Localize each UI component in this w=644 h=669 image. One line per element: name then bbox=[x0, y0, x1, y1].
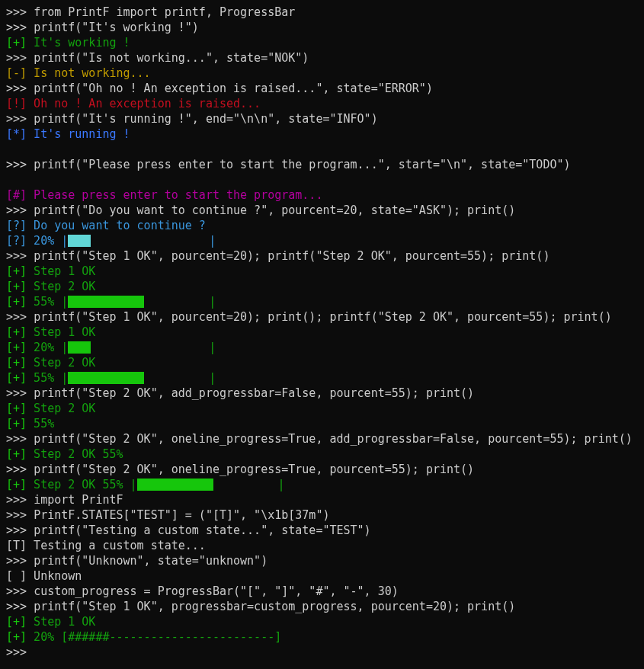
state-prefix: [*] bbox=[6, 127, 27, 141]
terminal-line: [?] Do you want to continue ? bbox=[6, 218, 638, 233]
terminal-line: [+] Step 2 OK 55% || bbox=[6, 477, 638, 492]
progressbar-close: | bbox=[209, 341, 216, 354]
progressbar-fill bbox=[137, 479, 213, 491]
repl-prompt: >>> bbox=[6, 310, 34, 324]
command-text[interactable]: printf("Step 1 OK", pourcent=20); print(… bbox=[34, 310, 612, 324]
command-text[interactable]: printf("Unknown", state="unknown") bbox=[34, 554, 268, 568]
terminal-line: >>> printf("Is not working...", state="N… bbox=[6, 50, 638, 66]
repl-prompt: >>> bbox=[6, 645, 34, 659]
repl-prompt: >>> bbox=[6, 584, 34, 598]
state-prefix: [+] bbox=[6, 36, 27, 50]
command-text[interactable]: custom_progress = ProgressBar("[", "]", … bbox=[34, 584, 399, 598]
repl-prompt: >>> bbox=[6, 493, 34, 507]
command-text[interactable]: import PrintF bbox=[34, 493, 123, 507]
progressbar-open: | bbox=[130, 478, 137, 491]
terminal-line bbox=[6, 142, 638, 157]
repl-prompt: >>> bbox=[6, 51, 34, 65]
progressbar-close: | bbox=[209, 234, 216, 248]
repl-prompt: >>> bbox=[6, 463, 34, 476]
terminal-line: >>> printf("Do you want to continue ?", … bbox=[6, 203, 638, 218]
terminal-line: [+] 55% bbox=[6, 416, 638, 431]
state-prefix: [+] bbox=[6, 615, 27, 629]
terminal-output: >>> from PrintF import printf, ProgressB… bbox=[0, 0, 644, 664]
terminal-line: >>> printf("Unknown", state="unknown") bbox=[6, 553, 638, 568]
repl-prompt: >>> bbox=[6, 523, 34, 537]
progressbar-close: | bbox=[209, 295, 216, 309]
output-text: Step 2 OK bbox=[27, 280, 95, 293]
progressbar-fill bbox=[68, 296, 144, 308]
percent-label: 55% bbox=[27, 295, 61, 309]
command-text[interactable]: PrintF.STATES["TEST"] = ("[T]", "\x1b[37… bbox=[34, 508, 329, 522]
command-text[interactable]: printf("Testing a custom state...", stat… bbox=[34, 523, 371, 537]
output-text: Oh no ! An exception is raised... bbox=[27, 97, 261, 110]
terminal-line: >>> PrintF.STATES["TEST"] = ("[T]", "\x1… bbox=[6, 507, 638, 523]
progressbar-fill bbox=[68, 341, 91, 354]
repl-prompt: >>> bbox=[6, 82, 34, 95]
terminal-line: [+] 55% || bbox=[6, 370, 638, 386]
state-prefix: [+] bbox=[6, 417, 27, 431]
terminal-line: [ ] Unknown bbox=[6, 568, 638, 584]
command-text[interactable]: printf("Is not working...", state="NOK") bbox=[34, 51, 309, 65]
terminal-line: [-] Is not working... bbox=[6, 66, 638, 81]
progressbar-open: | bbox=[61, 295, 68, 309]
state-prefix: [+] bbox=[6, 341, 27, 354]
terminal-line: >>> printf("It's running !", end="\n\n",… bbox=[6, 111, 638, 126]
command-text[interactable]: printf("Step 1 OK", pourcent=20); printf… bbox=[34, 249, 549, 263]
command-text[interactable]: printf("Step 2 OK", add_progressbar=Fals… bbox=[34, 386, 474, 400]
terminal-line: [+] 55% || bbox=[6, 294, 638, 309]
terminal-line: >>> printf("It's working !") bbox=[6, 20, 638, 35]
command-text[interactable]: printf("Please press enter to start the … bbox=[34, 158, 570, 171]
command-text[interactable]: printf("Step 2 OK", oneline_progress=Tru… bbox=[34, 432, 633, 446]
state-prefix: [+] bbox=[6, 630, 27, 644]
command-text[interactable]: printf("Step 1 OK", progressbar=custom_p… bbox=[34, 600, 515, 613]
state-prefix: [T] bbox=[6, 539, 27, 552]
terminal-line: [*] It's running ! bbox=[6, 126, 638, 142]
command-text[interactable]: printf("Oh no ! An exception is raised..… bbox=[34, 82, 433, 95]
terminal-line: >>> printf("Step 2 OK", add_progressbar=… bbox=[6, 386, 638, 401]
repl-prompt: >>> bbox=[6, 386, 34, 400]
command-text[interactable]: printf("It's running !", end="\n\n", sta… bbox=[34, 112, 378, 126]
terminal-line: >>> printf("Please press enter to start … bbox=[6, 157, 638, 172]
terminal-line: [+] Step 1 OK bbox=[6, 325, 638, 340]
output-text: It's running ! bbox=[27, 127, 130, 141]
terminal-line: >>> printf("Step 2 OK", oneline_progress… bbox=[6, 462, 638, 477]
output-text: Do you want to continue ? bbox=[27, 219, 206, 232]
state-prefix: [+] bbox=[6, 325, 27, 339]
command-text[interactable]: from PrintF import printf, ProgressBar bbox=[34, 5, 295, 19]
terminal-line: [+] Step 2 OK 55% bbox=[6, 447, 638, 462]
terminal-line: >>> printf("Oh no ! An exception is rais… bbox=[6, 81, 638, 96]
terminal-line bbox=[6, 172, 638, 187]
state-prefix: [+] bbox=[6, 356, 27, 370]
output-text: Step 2 OK 55% bbox=[27, 478, 130, 491]
terminal-line: >>> from PrintF import printf, ProgressB… bbox=[6, 5, 638, 20]
repl-prompt: >>> bbox=[6, 554, 34, 568]
progressbar-fill bbox=[68, 235, 91, 247]
progressbar-ascii: 20% [######------------------------] bbox=[27, 630, 281, 644]
command-text[interactable]: printf("Step 2 OK", oneline_progress=Tru… bbox=[34, 463, 474, 476]
terminal-line: >>> import PrintF bbox=[6, 492, 638, 507]
state-prefix: [+] bbox=[6, 478, 27, 491]
command-text[interactable]: printf("It's working !") bbox=[34, 21, 199, 34]
terminal-line: [#] Please press enter to start the prog… bbox=[6, 187, 638, 203]
output-text: It's working ! bbox=[27, 36, 130, 50]
terminal-line: [+] 20% || bbox=[6, 340, 638, 355]
progressbar-open: | bbox=[61, 341, 68, 354]
terminal-line: [+] 20% [######------------------------] bbox=[6, 629, 638, 645]
state-prefix: [!] bbox=[6, 97, 27, 110]
terminal-line: >>> bbox=[6, 645, 638, 660]
state-prefix: [?] bbox=[6, 219, 27, 232]
terminal-line: >>> custom_progress = ProgressBar("[", "… bbox=[6, 584, 638, 599]
terminal-line: [+] Step 1 OK bbox=[6, 264, 638, 279]
repl-prompt: >>> bbox=[6, 600, 34, 613]
repl-prompt: >>> bbox=[6, 112, 34, 126]
state-prefix: [#] bbox=[6, 188, 27, 202]
terminal-line: [+] Step 2 OK bbox=[6, 401, 638, 416]
terminal-line: >>> printf("Step 1 OK", pourcent=20); pr… bbox=[6, 309, 638, 325]
output-text: Step 2 OK bbox=[27, 402, 95, 415]
progressbar-open: | bbox=[61, 371, 68, 385]
command-text[interactable]: printf("Do you want to continue ?", pour… bbox=[34, 203, 515, 217]
output-text: Step 1 OK bbox=[27, 615, 95, 629]
output-text: Unknown bbox=[27, 569, 82, 583]
state-prefix: [+] bbox=[6, 264, 27, 278]
output-text: Step 1 OK bbox=[27, 325, 95, 339]
